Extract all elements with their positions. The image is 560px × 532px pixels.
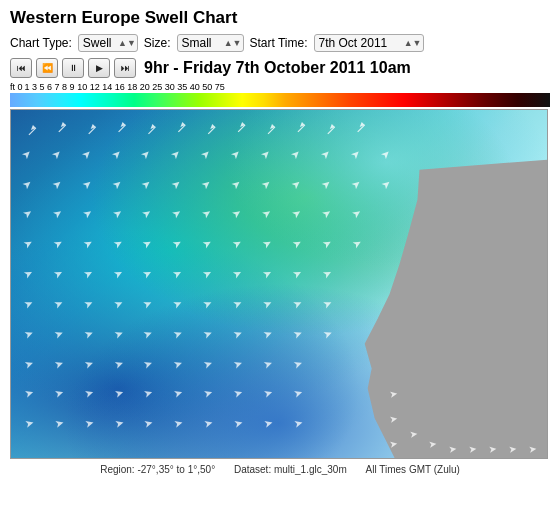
pause-button[interactable]: ⏸: [62, 58, 84, 78]
caption-region: Region: -27°,35° to 1°,50°: [100, 464, 215, 475]
svg-text:➤: ➤: [528, 443, 537, 455]
bar-number-1: 1: [25, 82, 33, 92]
bar-number-40: 40: [190, 82, 203, 92]
svg-text:➤: ➤: [428, 438, 437, 450]
size-label: Size:: [144, 36, 171, 50]
bar-number-16: 16: [115, 82, 128, 92]
swell-map[interactable]: ➤ ➤ ➤ ➤ ➤ ➤ ➤ ➤ ➤ ➤ ➤ ➤ ➤ ➤ ➤ ➤ ➤ ➤ ➤ ➤: [10, 109, 548, 459]
bar-number-3: 3: [32, 82, 40, 92]
controls-row: Chart Type: Swell Wind Period ▲▼ Size: S…: [10, 34, 550, 52]
bar-number-20: 20: [140, 82, 153, 92]
bar-number-12: 12: [90, 82, 103, 92]
bar-number-75: 75: [215, 82, 225, 92]
bar-number-18: 18: [127, 82, 140, 92]
bar-number-7: 7: [55, 82, 63, 92]
svg-text:➤: ➤: [468, 443, 477, 455]
playback-row: ⏮ ⏪ ⏸ ▶ ⏭ 9hr - Friday 7th October 2011 …: [10, 58, 550, 78]
bar-number-50: 50: [202, 82, 215, 92]
svg-text:➤: ➤: [448, 443, 457, 455]
bar-number-14: 14: [102, 82, 115, 92]
ft-label: ft 0: [10, 82, 23, 92]
chart-type-select[interactable]: Swell Wind Period: [78, 34, 138, 52]
color-bar: [10, 93, 550, 107]
play-button[interactable]: ▶: [88, 58, 110, 78]
bar-number-6: 6: [47, 82, 55, 92]
chart-type-label: Chart Type:: [10, 36, 72, 50]
svg-text:➤: ➤: [488, 443, 497, 455]
bar-number-8: 8: [62, 82, 70, 92]
swell-overlay: ➤ ➤ ➤ ➤ ➤ ➤ ➤ ➤ ➤ ➤ ➤ ➤ ➤ ➤ ➤ ➤ ➤ ➤ ➤ ➤: [11, 110, 547, 458]
svg-text:➤: ➤: [408, 428, 417, 440]
chart-type-wrapper: Swell Wind Period ▲▼: [78, 34, 138, 52]
bar-number-25: 25: [152, 82, 165, 92]
bar-number-5: 5: [40, 82, 48, 92]
svg-text:➤: ➤: [508, 443, 517, 455]
bar-number-9: 9: [70, 82, 78, 92]
size-select[interactable]: Small Medium Large: [177, 34, 244, 52]
caption-dataset: Dataset: multi_1.glc_30m: [234, 464, 347, 475]
start-time-label: Start Time:: [250, 36, 308, 50]
size-wrapper: Small Medium Large ▲▼: [177, 34, 244, 52]
next-button[interactable]: ⏭: [114, 58, 136, 78]
first-button[interactable]: ⏮: [10, 58, 32, 78]
page-title: Western Europe Swell Chart: [10, 8, 550, 28]
caption-timezone: All Times GMT (Zulu): [366, 464, 460, 475]
bar-number-35: 35: [177, 82, 190, 92]
bar-number-10: 10: [77, 82, 90, 92]
start-time-wrapper: 7th Oct 2011 ▲▼: [314, 34, 424, 52]
prev-button[interactable]: ⏪: [36, 58, 58, 78]
page-container: Western Europe Swell Chart Chart Type: S…: [0, 0, 560, 483]
time-display: 9hr - Friday 7th October 2011 10am: [144, 59, 411, 77]
bar-number-30: 30: [165, 82, 178, 92]
map-caption: Region: -27°,35° to 1°,50° Dataset: mult…: [10, 462, 550, 477]
color-bar-labels-row: ft 0 1 3 5 6 7 8 9 10 12 14 16 18 20 25 …: [10, 82, 550, 92]
start-time-select[interactable]: 7th Oct 2011: [314, 34, 424, 52]
